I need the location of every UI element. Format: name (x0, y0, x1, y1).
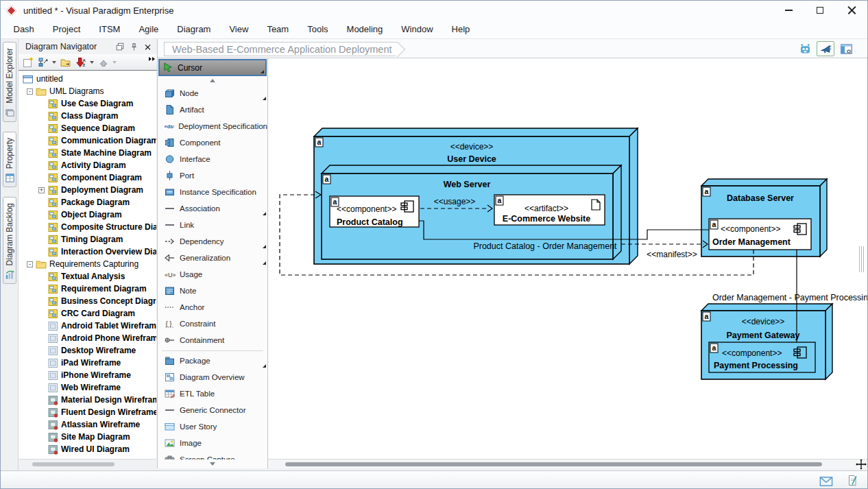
tree-expander[interactable] (38, 397, 47, 403)
palette-scroll-down[interactable] (158, 460, 266, 468)
tree-item[interactable]: State Machine Diagram (21, 147, 156, 159)
minimize-button[interactable] (773, 1, 804, 20)
tree-item[interactable]: Sequence Diagram (21, 122, 156, 134)
palette-tool[interactable]: Instance Specification (158, 184, 267, 200)
tree-expander[interactable] (38, 212, 47, 218)
tree-expander[interactable] (38, 200, 47, 206)
float-panel-button[interactable] (114, 41, 125, 52)
maximize-button[interactable] (804, 1, 836, 20)
tree-item[interactable]: Web Wireframe (21, 381, 156, 394)
tree-item[interactable]: Android Phone Wireframe (21, 332, 156, 344)
tree-expander[interactable] (38, 372, 47, 379)
menu-item[interactable]: Agile (130, 20, 168, 38)
tree-expander[interactable] (38, 311, 47, 317)
menu-item[interactable]: Window (392, 20, 442, 38)
collapse-up-button[interactable] (96, 56, 110, 69)
usage-label[interactable]: <<usage>> (434, 197, 476, 206)
tree-expander[interactable] (38, 175, 47, 181)
tree-expander[interactable] (38, 224, 47, 230)
tree-item[interactable]: Site Map Diagram (21, 431, 156, 443)
messages-button[interactable] (819, 476, 834, 489)
tree-expander[interactable] (38, 113, 47, 119)
palette-tool[interactable]: Deployment Specification (158, 118, 267, 134)
palette-tool[interactable]: Constraint (158, 315, 267, 332)
tree-expander[interactable] (38, 335, 47, 342)
menu-item[interactable]: Tools (298, 20, 337, 38)
pin-panel-button[interactable] (128, 41, 139, 52)
tree-expander[interactable] (38, 126, 47, 132)
menu-item[interactable]: View (220, 20, 258, 38)
tree-item[interactable]: Interaction Overview Diagram (21, 246, 156, 258)
menu-item[interactable]: Dash (4, 20, 43, 38)
sort-dropdown[interactable] (90, 61, 94, 64)
close-button[interactable] (836, 1, 867, 20)
tree-item[interactable]: iPhone Wireframe (21, 369, 156, 381)
side-tab[interactable]: Property (3, 132, 16, 187)
tree-item[interactable]: Fluent Design Wireframe (21, 406, 156, 418)
tree-item[interactable]: Object Diagram (21, 208, 156, 221)
tree-item[interactable]: Atlassian Wireframe (21, 418, 156, 431)
tree-expander[interactable] (38, 360, 47, 366)
side-tab[interactable]: Diagram Backlog (3, 197, 16, 284)
tree-item[interactable]: Business Concept Diagram (21, 295, 156, 307)
tree-expander[interactable] (27, 88, 36, 95)
tree-horizontal-scrollbar[interactable] (19, 459, 156, 468)
ai-assistant-button[interactable] (796, 41, 814, 56)
tree-expander[interactable] (38, 409, 47, 416)
menu-item[interactable]: Modeling (337, 20, 392, 38)
manifest-label[interactable]: <<manifest>> (647, 250, 697, 259)
collapse-dropdown[interactable] (112, 61, 117, 64)
palette-tool[interactable]: Diagram Overview (158, 369, 267, 385)
component-order-management[interactable]: <<component>> Order Management a (709, 219, 811, 250)
palette-tool[interactable]: Component (158, 134, 267, 151)
tree-expander[interactable] (38, 385, 47, 391)
palette-tool[interactable]: ETL Table (158, 385, 267, 402)
component-product-catalog[interactable]: <<component>> Product Catalog a (330, 196, 419, 227)
canvas-horizontal-scrollbar[interactable] (268, 459, 868, 468)
side-tab[interactable]: Model Explorer (3, 42, 16, 122)
tree-expander[interactable] (38, 446, 47, 453)
tree-item[interactable]: UML Diagrams (21, 85, 156, 97)
menu-item[interactable]: ITSM (90, 20, 130, 38)
tree-expander[interactable] (38, 323, 47, 329)
tree-expander[interactable] (38, 348, 47, 354)
association-label-om-pp[interactable]: Order Management - Payment Processing (712, 293, 868, 302)
palette-tool[interactable]: Port (158, 167, 267, 184)
tree-expander[interactable] (27, 261, 36, 267)
breadcrumb[interactable]: Web-Based E-Commerce Application Deploym… (164, 42, 398, 56)
model-structure-dropdown[interactable] (52, 61, 56, 64)
palette-tool[interactable]: Dependency (158, 233, 267, 250)
tree-item[interactable]: Timing Diagram (21, 233, 156, 246)
tree-item[interactable]: Requirement Diagram (21, 283, 156, 295)
palette-tool[interactable]: Association (158, 200, 267, 217)
tree-item[interactable]: Component Diagram (21, 171, 156, 184)
artifact-ecommerce-website[interactable]: <<artifact>> E-Commerce Website a (494, 195, 605, 225)
tree-expander[interactable] (38, 163, 47, 169)
menu-item[interactable]: Team (258, 20, 298, 38)
toolbar-overflow-button[interactable] (148, 57, 155, 61)
model-structure-button[interactable] (36, 56, 50, 69)
tree-item[interactable]: Composite Structure Diagram (21, 221, 156, 233)
right-panel-grip[interactable] (859, 246, 865, 272)
tree-item[interactable]: Textual Analysis (21, 270, 156, 283)
tree-item[interactable]: Activity Diagram (21, 159, 156, 171)
palette-tool[interactable]: Generalization (158, 250, 267, 266)
tree-expander[interactable] (38, 237, 47, 243)
tree-item[interactable]: Requirements Capturing (21, 258, 156, 270)
layout-settings-button[interactable] (837, 41, 855, 56)
tree-expander[interactable] (38, 434, 47, 440)
open-folder-button[interactable] (58, 56, 73, 69)
tree-expander[interactable] (38, 101, 47, 107)
tree-expander[interactable] (38, 298, 47, 305)
tree-item[interactable]: Communication Diagram (21, 134, 156, 147)
tree-expander[interactable] (38, 187, 47, 193)
sort-button[interactable] (73, 56, 88, 69)
tree-item[interactable]: CRC Card Diagram (21, 307, 156, 320)
tree-item[interactable]: Deployment Diagram (21, 184, 156, 196)
tree-item[interactable]: untitled (21, 73, 156, 85)
tree-expander[interactable] (38, 150, 47, 156)
menu-item[interactable]: Diagram (168, 20, 220, 38)
menu-item[interactable]: Project (43, 20, 89, 38)
palette-tool[interactable]: Link (158, 217, 267, 233)
tree-item[interactable]: Material Design Wireframe (21, 394, 156, 406)
